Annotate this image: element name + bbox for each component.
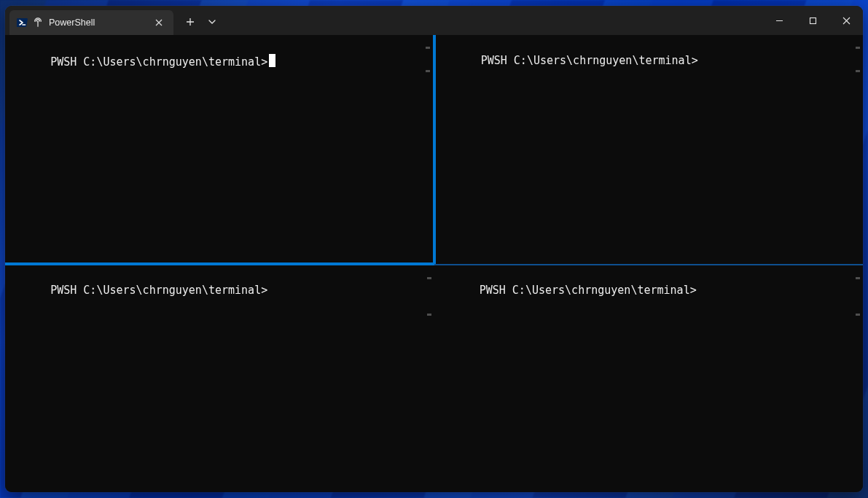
titlebar-drag-region[interactable] [222, 6, 762, 35]
scrollbar-mark [856, 314, 860, 316]
close-icon [842, 17, 851, 25]
new-tab-zone [173, 6, 222, 35]
chevron-down-icon [208, 18, 216, 26]
terminal-window: PowerShell [5, 6, 863, 492]
scrollbar-mark [427, 277, 431, 279]
prompt-text: PWSH C:\Users\chrnguyen\terminal> [50, 284, 267, 297]
maximize-icon [809, 17, 817, 25]
prompt-text: PWSH C:\Users\chrnguyen\terminal> [50, 55, 267, 69]
tab-close-button[interactable] [152, 15, 166, 30]
terminal-pane[interactable]: PWSH C:\Users\chrnguyen\terminal> [5, 35, 434, 264]
svg-rect-9 [810, 17, 816, 23]
window-controls [762, 6, 863, 35]
text-cursor [269, 54, 275, 67]
broadcast-icon [33, 17, 43, 28]
minimize-icon [775, 17, 783, 25]
maximize-button[interactable] [796, 6, 829, 35]
tabs-zone: PowerShell [5, 6, 173, 35]
terminal-pane[interactable]: PWSH C:\Users\chrnguyen\terminal> [434, 35, 864, 264]
scrollbar-mark [426, 47, 430, 49]
scrollbar-mark [856, 47, 860, 49]
terminal-pane[interactable]: PWSH C:\Users\chrnguyen\terminal> [434, 264, 864, 493]
terminal-pane[interactable]: PWSH C:\Users\chrnguyen\terminal> [5, 264, 434, 493]
close-icon [155, 19, 163, 26]
scrollbar-mark [426, 70, 430, 72]
titlebar[interactable]: PowerShell [5, 6, 863, 35]
scrollbar-mark [427, 314, 431, 316]
tab-icons [17, 17, 43, 28]
pane-grid: PWSH C:\Users\chrnguyen\terminal> PWSH C… [5, 35, 863, 492]
prompt-text: PWSH C:\Users\chrnguyen\terminal> [481, 54, 698, 67]
close-window-button[interactable] [829, 6, 863, 35]
new-tab-button[interactable] [178, 9, 203, 34]
minimize-button[interactable] [762, 6, 796, 35]
prompt-text: PWSH C:\Users\chrnguyen\terminal> [480, 284, 697, 297]
plus-icon [186, 17, 195, 26]
scrollbar-mark [856, 70, 860, 72]
powershell-icon [17, 17, 28, 28]
scrollbar-mark [856, 277, 860, 279]
tab-title: PowerShell [49, 17, 146, 28]
tab-powershell[interactable]: PowerShell [9, 10, 173, 35]
new-tab-dropdown-button[interactable] [203, 9, 222, 34]
